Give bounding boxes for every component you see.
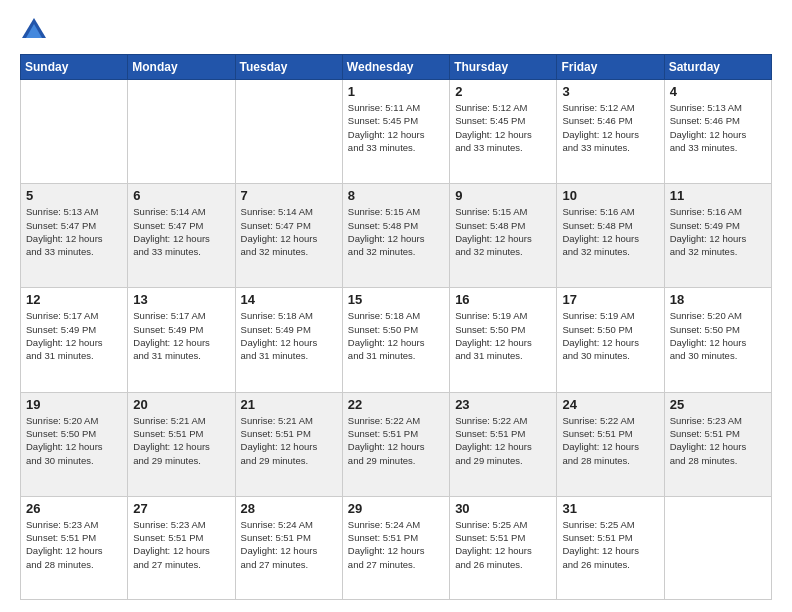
day-number: 28 (241, 501, 337, 516)
calendar-cell: 16Sunrise: 5:19 AM Sunset: 5:50 PM Dayli… (450, 288, 557, 392)
day-number: 22 (348, 397, 444, 412)
calendar-cell: 25Sunrise: 5:23 AM Sunset: 5:51 PM Dayli… (664, 392, 771, 496)
day-number: 25 (670, 397, 766, 412)
day-number: 29 (348, 501, 444, 516)
day-number: 27 (133, 501, 229, 516)
day-number: 31 (562, 501, 658, 516)
day-number: 12 (26, 292, 122, 307)
calendar-cell: 2Sunrise: 5:12 AM Sunset: 5:45 PM Daylig… (450, 80, 557, 184)
day-number: 19 (26, 397, 122, 412)
weekday-header: Thursday (450, 55, 557, 80)
day-number: 9 (455, 188, 551, 203)
day-number: 14 (241, 292, 337, 307)
calendar-cell: 31Sunrise: 5:25 AM Sunset: 5:51 PM Dayli… (557, 496, 664, 599)
calendar-cell: 23Sunrise: 5:22 AM Sunset: 5:51 PM Dayli… (450, 392, 557, 496)
day-number: 5 (26, 188, 122, 203)
calendar-cell: 12Sunrise: 5:17 AM Sunset: 5:49 PM Dayli… (21, 288, 128, 392)
day-number: 4 (670, 84, 766, 99)
day-info: Sunrise: 5:19 AM Sunset: 5:50 PM Dayligh… (455, 309, 551, 362)
calendar-week-row: 1Sunrise: 5:11 AM Sunset: 5:45 PM Daylig… (21, 80, 772, 184)
calendar-week-row: 19Sunrise: 5:20 AM Sunset: 5:50 PM Dayli… (21, 392, 772, 496)
calendar-cell: 22Sunrise: 5:22 AM Sunset: 5:51 PM Dayli… (342, 392, 449, 496)
day-number: 17 (562, 292, 658, 307)
day-info: Sunrise: 5:16 AM Sunset: 5:49 PM Dayligh… (670, 205, 766, 258)
calendar-cell: 18Sunrise: 5:20 AM Sunset: 5:50 PM Dayli… (664, 288, 771, 392)
calendar-cell: 24Sunrise: 5:22 AM Sunset: 5:51 PM Dayli… (557, 392, 664, 496)
day-number: 7 (241, 188, 337, 203)
day-info: Sunrise: 5:19 AM Sunset: 5:50 PM Dayligh… (562, 309, 658, 362)
calendar-cell: 21Sunrise: 5:21 AM Sunset: 5:51 PM Dayli… (235, 392, 342, 496)
day-number: 21 (241, 397, 337, 412)
weekday-header: Wednesday (342, 55, 449, 80)
weekday-header: Monday (128, 55, 235, 80)
calendar-cell: 26Sunrise: 5:23 AM Sunset: 5:51 PM Dayli… (21, 496, 128, 599)
page: SundayMondayTuesdayWednesdayThursdayFrid… (0, 0, 792, 612)
day-info: Sunrise: 5:23 AM Sunset: 5:51 PM Dayligh… (26, 518, 122, 571)
calendar-cell: 6Sunrise: 5:14 AM Sunset: 5:47 PM Daylig… (128, 184, 235, 288)
weekday-header: Friday (557, 55, 664, 80)
day-info: Sunrise: 5:25 AM Sunset: 5:51 PM Dayligh… (455, 518, 551, 571)
header (20, 16, 772, 44)
calendar-cell: 9Sunrise: 5:15 AM Sunset: 5:48 PM Daylig… (450, 184, 557, 288)
day-number: 1 (348, 84, 444, 99)
day-number: 10 (562, 188, 658, 203)
calendar-week-row: 5Sunrise: 5:13 AM Sunset: 5:47 PM Daylig… (21, 184, 772, 288)
day-number: 11 (670, 188, 766, 203)
day-info: Sunrise: 5:15 AM Sunset: 5:48 PM Dayligh… (455, 205, 551, 258)
calendar-cell: 14Sunrise: 5:18 AM Sunset: 5:49 PM Dayli… (235, 288, 342, 392)
calendar-week-row: 26Sunrise: 5:23 AM Sunset: 5:51 PM Dayli… (21, 496, 772, 599)
day-number: 26 (26, 501, 122, 516)
day-info: Sunrise: 5:20 AM Sunset: 5:50 PM Dayligh… (670, 309, 766, 362)
day-info: Sunrise: 5:15 AM Sunset: 5:48 PM Dayligh… (348, 205, 444, 258)
calendar-cell: 10Sunrise: 5:16 AM Sunset: 5:48 PM Dayli… (557, 184, 664, 288)
day-info: Sunrise: 5:22 AM Sunset: 5:51 PM Dayligh… (562, 414, 658, 467)
day-info: Sunrise: 5:13 AM Sunset: 5:46 PM Dayligh… (670, 101, 766, 154)
calendar-cell: 1Sunrise: 5:11 AM Sunset: 5:45 PM Daylig… (342, 80, 449, 184)
calendar-cell: 11Sunrise: 5:16 AM Sunset: 5:49 PM Dayli… (664, 184, 771, 288)
day-info: Sunrise: 5:21 AM Sunset: 5:51 PM Dayligh… (241, 414, 337, 467)
day-info: Sunrise: 5:14 AM Sunset: 5:47 PM Dayligh… (133, 205, 229, 258)
day-info: Sunrise: 5:21 AM Sunset: 5:51 PM Dayligh… (133, 414, 229, 467)
calendar-cell: 15Sunrise: 5:18 AM Sunset: 5:50 PM Dayli… (342, 288, 449, 392)
weekday-header: Sunday (21, 55, 128, 80)
day-number: 18 (670, 292, 766, 307)
day-info: Sunrise: 5:12 AM Sunset: 5:45 PM Dayligh… (455, 101, 551, 154)
day-number: 13 (133, 292, 229, 307)
calendar-cell (664, 496, 771, 599)
calendar: SundayMondayTuesdayWednesdayThursdayFrid… (20, 54, 772, 600)
day-number: 16 (455, 292, 551, 307)
calendar-cell: 30Sunrise: 5:25 AM Sunset: 5:51 PM Dayli… (450, 496, 557, 599)
day-info: Sunrise: 5:24 AM Sunset: 5:51 PM Dayligh… (348, 518, 444, 571)
calendar-cell: 29Sunrise: 5:24 AM Sunset: 5:51 PM Dayli… (342, 496, 449, 599)
calendar-cell: 27Sunrise: 5:23 AM Sunset: 5:51 PM Dayli… (128, 496, 235, 599)
day-info: Sunrise: 5:25 AM Sunset: 5:51 PM Dayligh… (562, 518, 658, 571)
calendar-cell (21, 80, 128, 184)
calendar-cell: 19Sunrise: 5:20 AM Sunset: 5:50 PM Dayli… (21, 392, 128, 496)
day-number: 3 (562, 84, 658, 99)
day-number: 23 (455, 397, 551, 412)
day-info: Sunrise: 5:13 AM Sunset: 5:47 PM Dayligh… (26, 205, 122, 258)
calendar-cell (128, 80, 235, 184)
day-info: Sunrise: 5:16 AM Sunset: 5:48 PM Dayligh… (562, 205, 658, 258)
calendar-cell: 17Sunrise: 5:19 AM Sunset: 5:50 PM Dayli… (557, 288, 664, 392)
day-info: Sunrise: 5:18 AM Sunset: 5:49 PM Dayligh… (241, 309, 337, 362)
day-info: Sunrise: 5:22 AM Sunset: 5:51 PM Dayligh… (455, 414, 551, 467)
day-number: 6 (133, 188, 229, 203)
logo-icon (20, 16, 48, 44)
day-info: Sunrise: 5:23 AM Sunset: 5:51 PM Dayligh… (670, 414, 766, 467)
calendar-week-row: 12Sunrise: 5:17 AM Sunset: 5:49 PM Dayli… (21, 288, 772, 392)
day-number: 24 (562, 397, 658, 412)
calendar-cell: 13Sunrise: 5:17 AM Sunset: 5:49 PM Dayli… (128, 288, 235, 392)
day-info: Sunrise: 5:23 AM Sunset: 5:51 PM Dayligh… (133, 518, 229, 571)
day-info: Sunrise: 5:20 AM Sunset: 5:50 PM Dayligh… (26, 414, 122, 467)
weekday-header: Saturday (664, 55, 771, 80)
day-info: Sunrise: 5:17 AM Sunset: 5:49 PM Dayligh… (26, 309, 122, 362)
weekday-header: Tuesday (235, 55, 342, 80)
calendar-cell (235, 80, 342, 184)
calendar-cell: 4Sunrise: 5:13 AM Sunset: 5:46 PM Daylig… (664, 80, 771, 184)
calendar-cell: 20Sunrise: 5:21 AM Sunset: 5:51 PM Dayli… (128, 392, 235, 496)
calendar-cell: 7Sunrise: 5:14 AM Sunset: 5:47 PM Daylig… (235, 184, 342, 288)
calendar-cell: 5Sunrise: 5:13 AM Sunset: 5:47 PM Daylig… (21, 184, 128, 288)
calendar-cell: 3Sunrise: 5:12 AM Sunset: 5:46 PM Daylig… (557, 80, 664, 184)
day-info: Sunrise: 5:24 AM Sunset: 5:51 PM Dayligh… (241, 518, 337, 571)
